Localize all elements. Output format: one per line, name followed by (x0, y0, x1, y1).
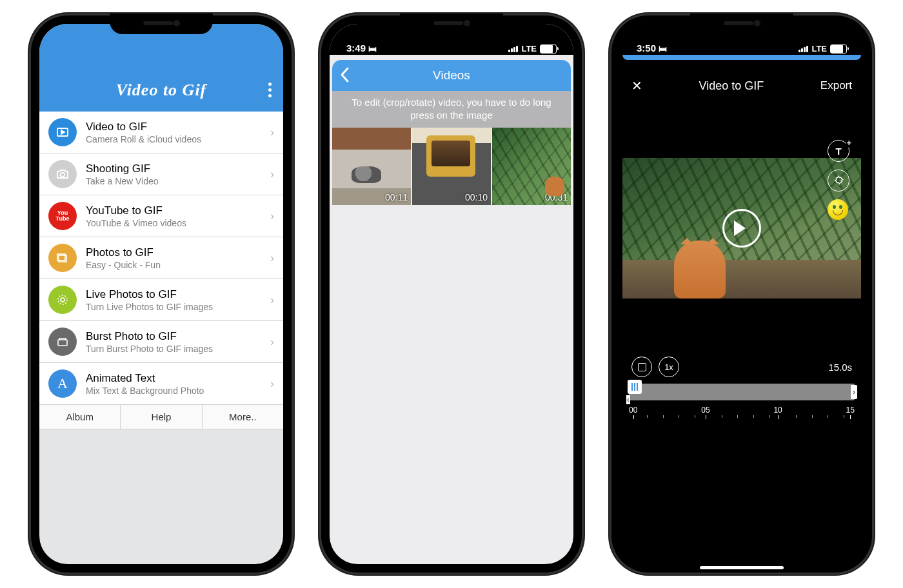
status-time: 3:50 (637, 43, 656, 54)
svg-point-1 (61, 173, 64, 177)
live-photo-icon (48, 286, 77, 314)
stop-button[interactable] (631, 357, 652, 377)
menu-title: YouTube to GIF (86, 204, 261, 217)
phone-frame-3: 3:50 🛏 LTE ✕ Video to GIF Export T (610, 14, 874, 574)
timeline-track[interactable]: ‹ › (629, 384, 855, 400)
cellular-signal-icon (799, 46, 808, 52)
video-thumb[interactable]: 00:11 (332, 128, 411, 205)
youtube-icon: YouTube (48, 202, 77, 230)
time-ruler: 00 05 10 15 (629, 406, 855, 420)
menu-title: Shooting GIF (86, 162, 261, 175)
sticker-tool[interactable] (828, 170, 849, 191)
video-play-icon (48, 118, 77, 146)
menu-subtitle: YouTube & Vimeo videos (86, 218, 261, 228)
menu-list: Video to GIFCamera Roll & iCloud videos … (39, 112, 283, 405)
video-preview[interactable] (622, 158, 861, 299)
svg-point-4 (61, 298, 64, 302)
bed-icon: 🛏 (659, 44, 667, 54)
camera-icon (48, 160, 77, 188)
add-text-tool[interactable]: T (828, 140, 849, 162)
menu-subtitle: Turn Live Photos to GIF images (86, 302, 261, 312)
tab-more[interactable]: More.. (203, 405, 283, 429)
burst-icon (48, 328, 77, 356)
menu-item-animated-text[interactable]: A Animated TextMix Text & Background Pho… (39, 363, 283, 405)
editor-title: Video to GIF (699, 79, 764, 93)
close-button[interactable]: ✕ (631, 78, 642, 93)
tab-album[interactable]: Album (39, 405, 121, 429)
ruler-tick: 10 (773, 406, 782, 420)
battery-icon (830, 44, 847, 54)
text-icon: A (48, 369, 77, 398)
ruler-tick: 05 (701, 406, 710, 420)
trim-handle-left[interactable] (628, 380, 642, 394)
page-header: Videos (332, 60, 571, 91)
export-button[interactable]: Export (820, 79, 852, 92)
home-indicator[interactable] (700, 566, 784, 569)
trim-handle-right[interactable]: › (851, 385, 857, 399)
chevron-right-icon: › (270, 377, 274, 391)
playback-controls: 1x 15.0s (620, 357, 864, 377)
page-title: Videos (433, 68, 470, 83)
phone-frame-2: 3:49 🛏 LTE Videos To edit (crop/rotate) … (319, 14, 584, 574)
network-label: LTE (811, 44, 827, 54)
chevron-right-icon: › (270, 293, 274, 307)
menu-subtitle: Take a New Video (86, 176, 261, 186)
photos-icon (48, 244, 77, 272)
chevron-right-icon: › (270, 251, 274, 265)
chevron-right-icon: › (270, 168, 274, 181)
editor-tools: T (828, 140, 849, 220)
screen-1: Video to Gif Video to GIFCamera Roll & i… (39, 24, 283, 564)
menu-title: Live Photos to GIF (86, 288, 261, 301)
clip-duration: 15.0s (828, 362, 852, 373)
screen-3: 3:50 🛏 LTE ✕ Video to GIF Export T (620, 24, 864, 564)
menu-subtitle: Turn Burst Photo to GIF images (86, 344, 261, 354)
menu-title: Animated Text (86, 372, 261, 385)
ruler-tick: 15 (846, 406, 855, 420)
screen-2: 3:49 🛏 LTE Videos To edit (crop/rotate) … (330, 24, 573, 564)
tab-help[interactable]: Help (121, 405, 202, 429)
home-indicator[interactable] (410, 566, 493, 569)
menu-item-burst-photo-to-gif[interactable]: Burst Photo to GIFTurn Burst Photo to GI… (39, 321, 283, 363)
phone-frame-1: Video to Gif Video to GIFCamera Roll & i… (29, 14, 293, 574)
trim-timeline[interactable]: ‹ › (629, 384, 855, 400)
video-thumb[interactable]: 00:31 (492, 128, 571, 205)
menu-item-youtube-to-gif[interactable]: YouTube YouTube to GIFYouTube & Vimeo vi… (39, 195, 283, 237)
play-button[interactable] (722, 209, 761, 248)
emoji-tool[interactable] (828, 199, 848, 220)
speed-label: 1x (664, 362, 673, 372)
editor-header: ✕ Video to GIF Export (620, 60, 864, 100)
app-header: Video to Gif (39, 24, 283, 112)
bottom-tabs: Album Help More.. (39, 405, 283, 429)
chevron-right-icon: › (270, 210, 274, 223)
menu-title: Video to GIF (86, 121, 261, 133)
video-duration: 00:11 (385, 192, 408, 202)
overflow-menu-icon[interactable] (268, 83, 272, 97)
bed-icon: 🛏 (368, 44, 377, 54)
menu-title: Burst Photo to GIF (86, 330, 261, 343)
home-indicator[interactable] (119, 566, 203, 569)
menu-title: Photos to GIF (86, 246, 261, 259)
app-title: Video to Gif (116, 81, 207, 100)
menu-item-video-to-gif[interactable]: Video to GIFCamera Roll & iCloud videos … (39, 112, 283, 153)
menu-item-shooting-gif[interactable]: Shooting GIFTake a New Video › (39, 153, 283, 195)
svg-point-5 (58, 295, 67, 304)
notch (400, 14, 503, 34)
notch (690, 14, 793, 34)
menu-subtitle: Easy - Quick - Fun (86, 260, 261, 270)
chevron-right-icon: › (270, 126, 274, 139)
battery-icon (540, 44, 557, 54)
ruler-tick: 00 (629, 406, 637, 420)
network-label: LTE (521, 44, 537, 54)
speed-button[interactable]: 1x (659, 357, 679, 377)
hint-banner: To edit (crop/rotate) video, you have to… (332, 91, 571, 128)
video-grid: 00:11 00:10 00:31 (330, 128, 573, 205)
menu-item-photos-to-gif[interactable]: Photos to GIFEasy - Quick - Fun › (39, 237, 283, 279)
svg-rect-6 (58, 340, 67, 346)
scroll-left-icon[interactable]: ‹ (626, 395, 630, 404)
back-button[interactable] (340, 66, 350, 86)
cellular-signal-icon (508, 46, 518, 52)
video-duration: 00:10 (465, 192, 488, 202)
menu-subtitle: Mix Text & Background Photo (86, 386, 261, 396)
menu-item-live-photos-to-gif[interactable]: Live Photos to GIFTurn Live Photos to GI… (39, 279, 283, 321)
video-thumb[interactable]: 00:10 (412, 128, 491, 205)
